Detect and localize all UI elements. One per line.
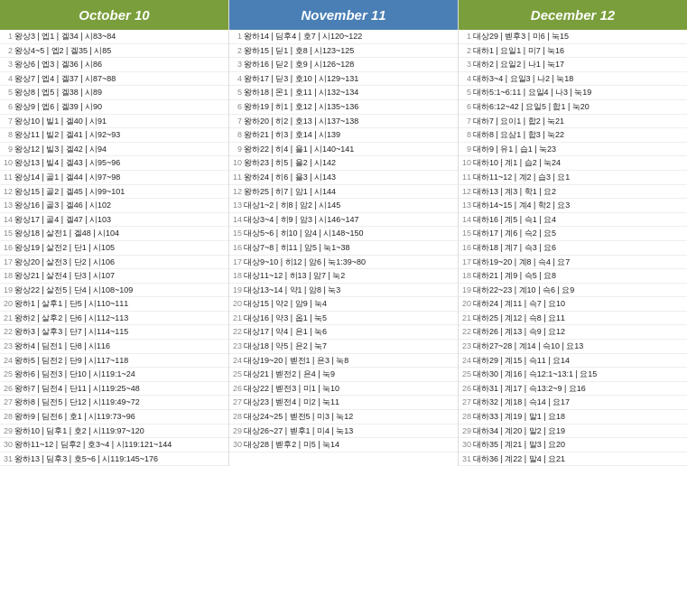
- day-number: 15: [231, 228, 244, 238]
- day-content: 대상24~25 | 벧전5 | 미3 | 눅12: [244, 411, 456, 423]
- day-row: 7왕상10 | 빌1 | 겔40 | 시91: [0, 115, 228, 129]
- day-number: 24: [2, 355, 14, 365]
- month-header-october: October 10: [0, 0, 228, 30]
- day-number: 27: [2, 397, 14, 406]
- day-content: 대하33 | 계19 | 말1 | 요18: [473, 411, 685, 423]
- day-content: 대하21 | 계9 | 슥5 | 요8: [473, 270, 685, 282]
- day-content: 대하8 | 요삼1 | 합3 | 눅22: [473, 129, 685, 141]
- day-number: 1: [460, 31, 473, 41]
- day-number: 12: [231, 186, 244, 196]
- day-number: 20: [2, 298, 14, 308]
- day-content: 왕상11 | 빌2 | 겔41 | 시92~93: [14, 129, 227, 141]
- day-number: 28: [2, 411, 14, 421]
- day-row: 8대하8 | 요삼1 | 합3 | 눅22: [459, 128, 687, 143]
- day-number: 14: [460, 214, 473, 224]
- day-row: 21왕하2 | 살후2 | 단6 | 시112~113: [0, 312, 228, 326]
- day-number: 8: [231, 129, 244, 139]
- day-row: 1왕하14 | 딤후4 | 호7 | 시120~122: [229, 30, 458, 44]
- day-row: 24대상19~20 | 벧전1 | 욘3 | 눅8: [229, 354, 458, 369]
- day-row: 29대상26~27 | 벧후1 | 미4 | 눅13: [229, 425, 458, 439]
- day-row: 30왕하11~12 | 딤후2 | 호3~4 | 시119:121~144: [0, 438, 228, 453]
- day-number: 26: [460, 383, 473, 393]
- day-row: 13왕상16 | 골3 | 겔46 | 시102: [0, 199, 228, 213]
- day-row: 29왕하10 | 딤후1 | 호2 | 시119:97~120: [0, 425, 228, 439]
- day-row: 26왕하7 | 딤전4 | 단11 | 시119:25~48: [0, 382, 228, 397]
- day-content: 왕상9 | 엡6 | 겔39 | 시90: [14, 101, 227, 113]
- day-content: 대하31 | 계17 | 슥13:2~9 | 요16: [473, 383, 685, 395]
- day-number: 10: [2, 157, 14, 167]
- day-content: 대상21 | 벧전2 | 욘4 | 눅9: [244, 369, 456, 380]
- day-row: 29대하34 | 계20 | 말2 | 요19: [459, 425, 687, 439]
- day-row: 8왕상11 | 빌2 | 겔41 | 시92~93: [0, 128, 228, 143]
- day-content: 왕하10 | 딤후1 | 호2 | 시119:97~120: [14, 425, 227, 437]
- day-number: 23: [231, 341, 244, 350]
- day-number: 28: [460, 411, 473, 421]
- day-number: 15: [2, 228, 14, 238]
- day-number: 16: [231, 242, 244, 252]
- day-content: 왕상16 | 골3 | 겔46 | 시102: [14, 200, 227, 211]
- day-number: 13: [2, 200, 14, 210]
- day-content: 대하1 | 요일1 | 미7 | 눅16: [473, 45, 685, 57]
- day-row: 23대하27~28 | 계14 | 슥10 | 요13: [459, 340, 687, 354]
- day-content: 왕상15 | 골2 | 겔45 | 시99~101: [14, 186, 227, 198]
- day-number: 30: [231, 439, 244, 449]
- day-number: 1: [231, 31, 244, 41]
- day-content: 대하11~12 | 계2 | 습3 | 요1: [473, 172, 685, 183]
- month-header-december: December 12: [459, 0, 687, 30]
- day-content: 왕하14 | 딤후4 | 호7 | 시120~122: [244, 31, 456, 42]
- day-number: 31: [2, 453, 14, 463]
- day-row: 27왕하8 | 딤전5 | 단12 | 시119:49~72: [0, 396, 228, 410]
- day-row: 18왕상21 | 살전4 | 단3 | 시107: [0, 269, 228, 284]
- day-number: 11: [231, 172, 244, 182]
- day-number: 16: [460, 242, 473, 252]
- day-number: 22: [231, 326, 244, 336]
- day-content: 대상5~6 | 히10 | 암4 | 시148~150: [244, 228, 456, 239]
- day-number: 25: [460, 369, 473, 378]
- day-row: 27대하32 | 계18 | 슥14 | 요17: [459, 396, 687, 410]
- day-number: 14: [2, 214, 14, 224]
- day-row: 8왕하21 | 히3 | 호14 | 시139: [229, 128, 458, 143]
- day-content: 왕상22 | 살전5 | 단4 | 시108~109: [14, 285, 227, 296]
- day-number: 29: [460, 425, 473, 435]
- day-row: 24왕하5 | 딤전2 | 단9 | 시117~118: [0, 354, 228, 369]
- day-number: 12: [460, 186, 473, 196]
- day-content: 대하18 | 계7 | 슥3 | 요6: [473, 242, 685, 254]
- day-content: 왕상17 | 골4 | 겔47 | 시103: [14, 214, 227, 226]
- day-content: 왕하9 | 딤전6 | 호1 | 시119:73~96: [14, 411, 227, 423]
- day-row: 20대하24 | 계11 | 슥7 | 요10: [459, 297, 687, 312]
- calendar-container: October 101왕상3 | 엡1 | 겔34 | 시83~842왕상4~5…: [0, 0, 687, 466]
- day-row: 31왕하13 | 딤후3 | 호5~6 | 시119:145~176: [0, 453, 228, 467]
- day-content: 왕하8 | 딤전5 | 단12 | 시119:49~72: [14, 397, 227, 408]
- day-content: 대상9~10 | 히12 | 암6 | 눅1:39~80: [244, 257, 456, 268]
- day-number: 22: [460, 326, 473, 336]
- day-row: 9왕하22 | 히4 | 욜1 | 시140~141: [229, 143, 458, 157]
- day-row: 16대하18 | 계7 | 슥3 | 요6: [459, 241, 687, 256]
- day-content: 왕하2 | 살후2 | 단6 | 시112~113: [14, 313, 227, 324]
- day-row: 16대상7~8 | 히11 | 암5 | 눅1~38: [229, 241, 458, 256]
- day-content: 대하24 | 계11 | 슥7 | 요10: [473, 298, 685, 310]
- day-content: 대상23 | 벧전4 | 미2 | 눅11: [244, 397, 456, 408]
- day-content: 대상3~4 | 히9 | 암3 | 시146~147: [244, 214, 456, 226]
- day-row: 30대하35 | 계21 | 말3 | 요20: [459, 438, 687, 453]
- day-number: 18: [2, 270, 14, 280]
- day-content: 왕하25 | 히7 | 암1 | 시144: [244, 186, 456, 198]
- day-number: 13: [460, 200, 473, 210]
- day-number: 2: [231, 45, 244, 55]
- day-content: 대하22~23 | 계10 | 슥6 | 요9: [473, 285, 685, 296]
- day-number: 5: [231, 87, 244, 97]
- day-row: 4왕상7 | 엡4 | 겔37 | 시87~88: [0, 72, 228, 87]
- day-row: 25왕하6 | 딤전3 | 단10 | 시119:1~24: [0, 368, 228, 382]
- day-row: 7대하7 | 요이1 | 합2 | 눅21: [459, 115, 687, 129]
- day-number: 3: [2, 59, 14, 69]
- day-row: 30대상28 | 벧후2 | 미5 | 눅14: [229, 438, 458, 453]
- day-content: 대상17 | 약4 | 욘1 | 눅6: [244, 326, 456, 338]
- day-content: 왕하5 | 딤전2 | 단9 | 시117~118: [14, 355, 227, 367]
- day-content: 왕상20 | 살전3 | 단2 | 시106: [14, 257, 227, 268]
- day-number: 3: [460, 59, 473, 69]
- day-row: 3왕상6 | 엡3 | 겔36 | 시86: [0, 58, 228, 72]
- day-content: 왕하3 | 살후3 | 단7 | 시114~115: [14, 326, 227, 338]
- day-number: 21: [2, 313, 14, 322]
- day-number: 13: [231, 200, 244, 210]
- day-number: 3: [231, 59, 244, 69]
- day-number: 23: [2, 341, 14, 350]
